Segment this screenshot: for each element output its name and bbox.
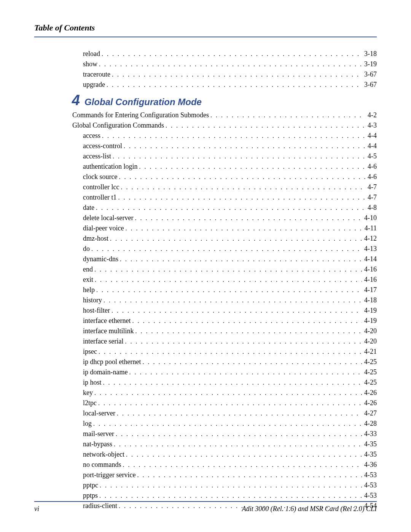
toc-page: 4-7 [365,192,377,203]
toc-leader-dots [102,131,365,141]
toc-leader-dots [91,244,362,254]
toc-entry: Global Configuration Commands4-3 [72,120,377,131]
toc-leader-dots [125,224,362,233]
toc-leader-dots [116,430,362,439]
toc-label: date [83,203,96,213]
toc-page: 4-11 [362,223,377,233]
toc-entry: upgrade3-67 [72,80,377,90]
toc-leader-dots [118,193,365,202]
page-header: Table of Contents [34,23,377,37]
toc-entry: history4-18 [72,295,377,305]
toc-page: 4-25 [362,377,377,388]
toc-page: 4-19 [362,305,377,316]
toc-page: 4-6 [365,161,377,172]
toc-leader-dots [99,347,362,356]
header-title: Table of Contents [34,23,95,33]
toc-leader-dots [102,50,362,59]
toc-entry: access4-4 [72,131,377,141]
toc-entry: access-list4-5 [72,151,377,161]
toc-page: 4-8 [365,203,377,213]
toc-entry: controller lcc4-7 [72,182,377,192]
toc-page: 4-35 [362,449,377,460]
toc-label: show [83,59,99,69]
toc-page: 4-17 [362,285,377,295]
toc-leader-dots [112,306,362,315]
toc-leader-dots [117,409,362,418]
toc-leader-dots [135,327,362,336]
toc-label: interface multilink [83,326,135,336]
toc-leader-dots [112,70,362,79]
toc-label: no commands [83,460,123,470]
toc-leader-dots [107,80,362,89]
toc-label: port-trigger service [83,470,137,480]
toc-label: ip domain-name [83,367,129,377]
toc-entry: exit4-16 [72,275,377,285]
toc-page: 4-12 [362,233,377,244]
toc-label: access-list [83,151,113,161]
toc-entry: mail-server4-33 [72,429,377,439]
toc-body: reload3-18show3-19traceroute3-67upgrade3… [34,49,377,511]
toc-label: host-filter [83,305,112,316]
toc-page: 4-25 [362,357,377,367]
toc-label: log [83,419,93,429]
toc-entry: network-object4-35 [72,449,377,460]
toc-page: 4-16 [362,275,377,285]
toc-label: interface serial [83,336,125,347]
toc-page: 4-4 [365,131,377,141]
toc-entry: no commands4-36 [72,460,377,470]
toc-leader-dots [104,296,362,305]
toc-label: end [83,264,94,275]
toc-entry: date4-8 [72,203,377,213]
toc-page: 4-26 [362,388,377,398]
toc-entry: ip dhcp pool ethernet4-25 [72,357,377,367]
toc-page: 4-53 [362,490,377,501]
toc-label: history [83,295,104,305]
toc-page: 4-25 [362,367,377,377]
toc-page: 4-20 [362,326,377,336]
chapter-number: 4 [65,92,84,109]
toc-entry: dmz-host4-12 [72,233,377,244]
toc-page: 4-13 [362,244,377,254]
toc-entry: controller t14-7 [72,192,377,203]
toc-label: Global Configuration Commands [72,120,166,131]
toc-label: pptps [83,490,99,501]
page-footer: vi Adit 3000 (Rel. 1.6) and MSR Card (Re… [34,501,377,513]
toc-label: ip dhcp pool ethernet [83,357,142,367]
toc-label: access-control [83,141,124,151]
toc-entry: host-filter4-19 [72,305,377,316]
toc-entry: pptpc4-53 [72,480,377,490]
toc-label: controller lcc [83,182,121,192]
toc-entry: ipsec4-21 [72,347,377,357]
toc-leader-dots [114,440,362,449]
toc-entry: delete local-server4-10 [72,213,377,223]
toc-label: interface ethernet [83,316,132,326]
toc-page: 4-2 [365,110,377,120]
toc-entry: interface multilink4-20 [72,326,377,336]
toc-page: 3-67 [362,80,377,90]
toc-entry: Commands for Entering Configuration Subm… [72,110,377,120]
toc-entry: dial-peer voice4-11 [72,223,377,233]
toc-label: nat-bypass [83,439,114,449]
toc-leader-dots [142,358,362,367]
toc-page: 4-10 [362,213,377,223]
toc-label: authentication login [83,161,139,172]
toc-label: ipsec [83,347,99,357]
toc-page: 4-53 [362,470,377,480]
toc-entry: pptps4-53 [72,490,377,501]
toc-leader-dots [98,399,362,408]
toc-page: 4-5 [365,151,377,161]
toc-leader-dots [99,491,362,500]
toc-page: 4-3 [365,120,377,131]
toc-page: 4-33 [362,429,377,439]
toc-page: 3-67 [362,69,377,80]
toc-page: 4-18 [362,295,377,305]
toc-label: mail-server [83,429,116,439]
toc-page: 4-16 [362,264,377,275]
toc-label: network-object [83,449,126,460]
toc-leader-dots [120,255,362,264]
toc-page: 3-19 [362,59,377,69]
toc-leader-dots [99,60,362,69]
toc-entry: l2tpc4-26 [72,398,377,408]
toc-leader-dots [166,121,365,130]
footer-page-number: vi [34,505,39,513]
